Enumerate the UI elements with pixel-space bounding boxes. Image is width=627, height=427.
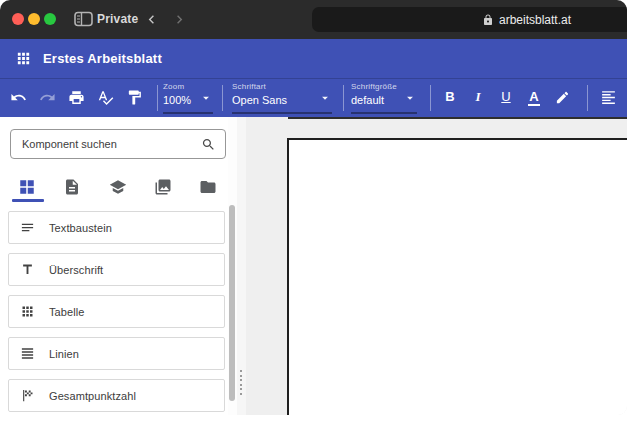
private-window-icon[interactable] [74,11,93,31]
apps-grid-icon[interactable] [15,50,32,67]
editor-toolbar: Zoom 100% Schriftart Open Sans Schriftgr… [0,78,627,117]
format-paint-icon[interactable] [126,89,143,106]
tab-components grid-components-icon[interactable] [18,178,36,196]
font-family-select-value: Open Sans [232,94,287,106]
font-family-select[interactable]: Schriftart Open Sans [232,82,332,114]
font-size-select-value: default [351,94,384,106]
toolbar-divider [157,85,158,111]
minimize-window-button[interactable] [28,13,40,25]
back-button[interactable] [143,11,160,28]
component-card-gesamtpunktzahl[interactable]: Gesamtpunktzahl [8,379,225,412]
panel-resizer[interactable] [237,117,246,415]
component-list: Textbaustein Überschrift Tabelle [0,211,228,412]
toolbar-divider [587,85,588,111]
toolbar-divider [222,85,223,111]
browser-chrome: Private arbeitsblatt.at [0,0,627,39]
active-tab-indicator [12,199,44,202]
chevron-down-icon [199,91,213,109]
app-header: Erstes Arbeitsblatt [0,39,627,78]
underline-button[interactable]: U [492,87,520,107]
component-card-ueberschrift[interactable]: Überschrift [8,253,225,286]
print-icon[interactable] [68,89,85,106]
tab-files folder-icon[interactable] [199,178,217,196]
component-label: Textbaustein [49,222,112,234]
component-sidebar: Textbaustein Überschrift Tabelle [0,117,228,415]
fullscreen-window-button[interactable] [44,13,56,25]
tab-images photo-library-icon[interactable] [154,178,172,196]
component-card-linien[interactable]: Linien [8,337,225,370]
pen-icon[interactable] [548,87,576,107]
address-bar-content: arbeitsblatt.at [482,13,571,27]
url-text: arbeitsblatt.at [499,13,571,27]
page-title: Erstes Arbeitsblatt [43,51,162,66]
tab-documents document-icon[interactable] [63,178,81,196]
table-grid-icon [20,304,35,319]
search-icon [201,137,216,152]
toolbar-divider [343,85,344,111]
heading-t-icon [20,262,35,277]
component-card-tabelle[interactable]: Tabelle [8,295,225,328]
browser-window: Private arbeitsblatt.at Erstes Arbeitsbl… [0,0,627,415]
lines-icon [20,346,35,361]
close-window-button[interactable] [12,13,24,25]
component-label: Gesamtpunktzahl [49,390,136,402]
private-label: Private [97,12,138,26]
forward-button[interactable] [171,11,188,28]
sidebar-scrollbar [228,117,237,415]
component-card-textbaustein[interactable]: Textbaustein [8,211,225,244]
font-size-select[interactable]: Schriftgröße default [351,82,417,114]
format-button-group: B I U A [436,87,576,107]
component-search [10,129,226,159]
drag-handle-icon [240,370,242,396]
zoom-select-value: 100% [163,94,191,106]
search-input[interactable] [11,138,201,150]
lock-icon [482,14,494,26]
worksheet-page[interactable] [287,138,627,415]
component-label: Linien [49,348,79,360]
component-label: Überschrift [49,264,103,276]
bold-button[interactable]: B [436,87,464,107]
chevron-down-icon [318,91,332,109]
zoom-select-label: Zoom [163,82,213,91]
address-bar[interactable]: arbeitsblatt.at [312,7,627,32]
text-color-button[interactable]: A [520,87,548,107]
font-family-select-label: Schriftart [232,82,332,91]
font-size-select-label: Schriftgröße [351,82,417,91]
toolbar-icon-group [10,89,143,106]
scrollbar-thumb[interactable] [229,205,235,401]
zoom-select[interactable]: Zoom 100% [163,82,213,114]
checkered-flag-icon [20,388,35,403]
tab-exercises school-icon[interactable] [109,178,127,196]
content-area: Textbaustein Überschrift Tabelle [0,117,627,415]
spellcheck-icon[interactable] [97,89,114,106]
toolbar-divider [430,85,431,111]
sidebar-tabs [0,175,228,199]
undo-icon[interactable] [10,89,27,106]
canvas-top-border [288,117,627,119]
component-label: Tabelle [49,306,85,318]
italic-button[interactable]: I [464,87,492,107]
worksheet-canvas[interactable] [246,117,627,415]
align-left-icon[interactable] [600,89,617,106]
text-lines-icon [20,220,35,235]
chevron-down-icon [403,91,417,109]
redo-icon[interactable] [39,89,56,106]
